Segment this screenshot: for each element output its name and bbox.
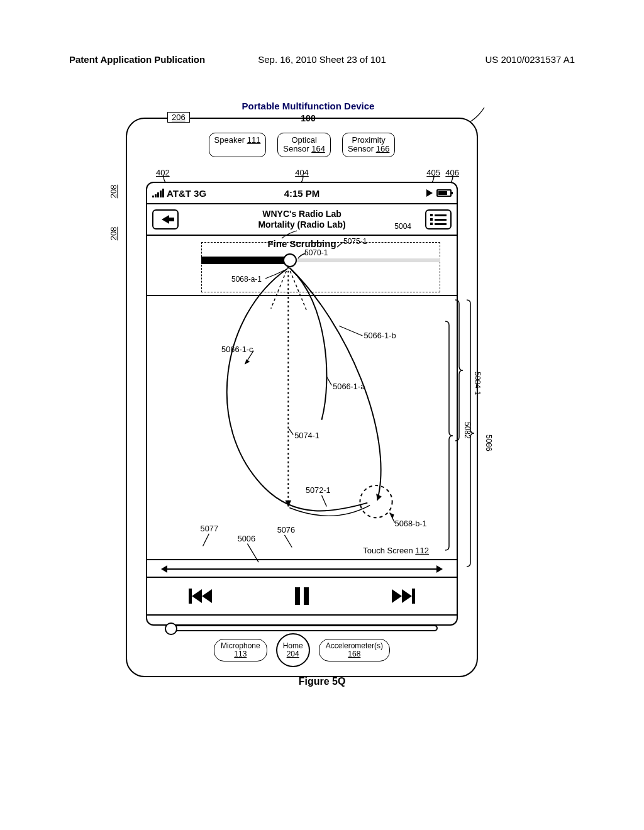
svg-text:5066-1-a: 5066-1-a (333, 382, 365, 391)
svg-line-19 (284, 535, 292, 548)
ref-5068-a-1: 5068-a-1 (231, 275, 262, 284)
ref-5084-1: 5084-1 (473, 372, 482, 395)
side-brackets (441, 296, 479, 585)
back-button[interactable] (152, 209, 179, 230)
list-button[interactable] (425, 209, 452, 230)
header-left: Patent Application Publication (69, 54, 205, 65)
status-bar: AT&T 3G 4:15 PM (147, 183, 457, 204)
previous-button[interactable] (189, 589, 212, 604)
content-area[interactable]: 5066-1-b 5066-1-c 5066-1-a 5074-1 5072-1… (147, 296, 457, 560)
bottom-hardware: Microphone 113 Home 204 Accelerometer(s)… (127, 633, 477, 667)
arrow-left-icon (161, 565, 167, 573)
svg-text:5072-1: 5072-1 (306, 485, 331, 495)
ref-208-a: 208 (109, 185, 118, 199)
svg-text:5066-1-c: 5066-1-c (221, 345, 253, 354)
signal-icon (152, 189, 164, 197)
device-body: 208 208 Speaker 111 Optical Sensor 164 P… (126, 118, 478, 677)
header-right: US 2010/0231537 A1 (485, 54, 575, 65)
next-button[interactable] (392, 589, 415, 604)
svg-line-21 (247, 544, 258, 563)
svg-line-11 (289, 429, 293, 435)
ref-5004: 5004 (394, 222, 411, 231)
speaker-pod: Speaker 111 (209, 133, 267, 157)
svg-line-5 (339, 326, 362, 336)
figure-title: Portable Multifunction Device (126, 101, 491, 111)
nav-title: WNYC's Radio Lab Mortality (Radio Lab) (258, 209, 345, 230)
nav-bar: WNYC's Radio Lab Mortality (Radio Lab) 5… (147, 204, 457, 236)
scrub-area[interactable]: Fine Scrubbing 5075-1 5070-1 5068-a-1 (147, 236, 457, 296)
play-status-icon (426, 189, 433, 197)
touch-screen[interactable]: AT&T 3G 4:15 PM WNYC's Radio Lab Mortali… (146, 182, 458, 626)
scrub-progress (201, 257, 289, 264)
horizontal-axis (147, 560, 457, 578)
back-arrow-icon (162, 215, 169, 224)
svg-text:5077: 5077 (201, 524, 218, 533)
touchscreen-label: Touch Screen 112 (363, 546, 429, 555)
svg-text:5068-b-1: 5068-b-1 (395, 519, 427, 528)
page-header: Patent Application Publication Sep. 16, … (69, 54, 575, 65)
figure: Portable Multifunction Device 206 100 20… (126, 101, 491, 677)
ref-5086: 5086 (484, 434, 493, 451)
svg-text:5006: 5006 (238, 534, 255, 543)
status-time: 4:15 PM (284, 188, 320, 199)
svg-line-9 (326, 377, 331, 385)
svg-line-17 (203, 534, 209, 546)
svg-text:5066-1-b: 5066-1-b (364, 331, 396, 340)
ref-5082: 5082 (463, 422, 472, 439)
home-button[interactable]: Home 204 (276, 633, 310, 667)
pause-button[interactable] (295, 587, 309, 605)
top-sensors: Speaker 111 Optical Sensor 164 Proximity… (127, 133, 477, 157)
ref-206: 206 (167, 112, 190, 123)
ref-208-b: 208 (109, 227, 118, 241)
optical-sensor-pod: Optical Sensor 164 (277, 133, 331, 157)
volume-slider[interactable] (166, 625, 438, 631)
accelerometer-label: Accelerometer(s) 168 (319, 639, 390, 661)
gesture-diagram: 5066-1-b 5066-1-c 5066-1-a 5074-1 5072-1… (147, 296, 457, 556)
svg-point-3 (360, 485, 392, 517)
proximity-sensor-pod: Proximity Sensor 166 (342, 133, 396, 157)
svg-text:5074-1: 5074-1 (294, 431, 319, 440)
playback-controls (147, 578, 457, 616)
svg-line-13 (321, 495, 326, 507)
header-mid: Sep. 16, 2010 Sheet 23 of 101 (258, 54, 386, 65)
carrier-label: AT&T 3G (167, 188, 206, 199)
svg-text:5076: 5076 (277, 525, 295, 534)
battery-icon (436, 189, 452, 197)
scrub-label: Fine Scrubbing (267, 238, 336, 249)
scrub-thumb[interactable] (283, 253, 297, 267)
device-ref-100: 100 (301, 113, 315, 123)
figure-caption: Figure 5Q (299, 676, 346, 687)
microphone-label: Microphone 113 (214, 639, 267, 661)
